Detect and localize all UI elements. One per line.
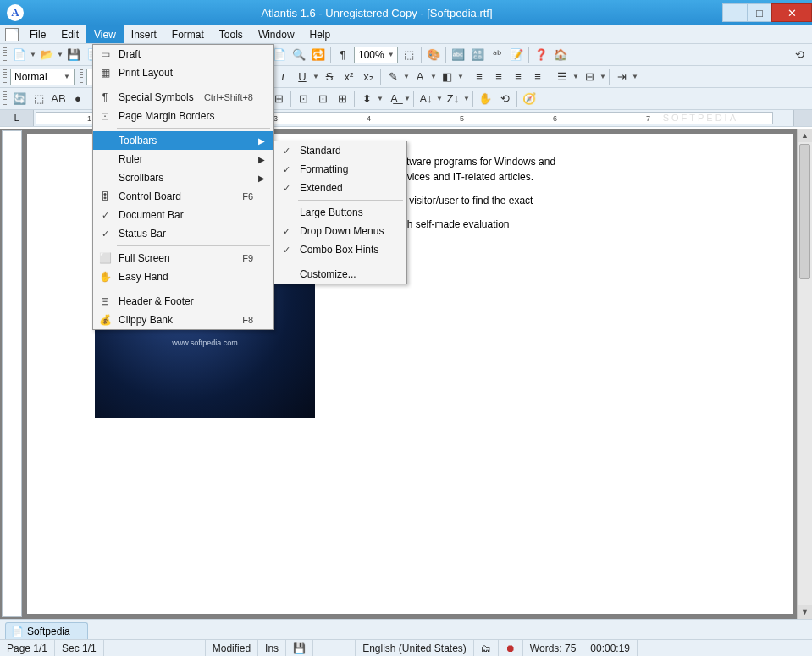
toolbar-button[interactable]: 🔁	[309, 46, 328, 64]
dropdown-arrow-icon[interactable]: ▼	[430, 73, 437, 80]
dropdown-arrow-icon[interactable]: ▼	[463, 95, 470, 102]
menu-item-special-symbols[interactable]: ¶Special SymbolsCtrl+Shift+8	[93, 88, 273, 107]
minimize-button[interactable]: —	[722, 3, 748, 22]
toolbar-button[interactable]: ≡	[528, 68, 547, 86]
grip-icon[interactable]	[3, 47, 7, 63]
submenu-item-extended[interactable]: Extended	[274, 179, 406, 197]
toolbar-button[interactable]: ●	[69, 90, 87, 108]
toolbar-button[interactable]: ❓	[532, 46, 550, 64]
dropdown-arrow-icon[interactable]: ▼	[404, 95, 411, 102]
toolbar-button[interactable]: ✋	[476, 90, 494, 108]
toolbar-button[interactable]: ≡	[470, 68, 489, 86]
dropdown-arrow-icon[interactable]: ▼	[457, 73, 464, 80]
toolbar-button[interactable]: A͟	[384, 90, 403, 108]
toolbar-button[interactable]: ⊞	[333, 90, 351, 108]
toolbar-button[interactable]: ⬚	[30, 90, 48, 108]
submenu-item-customize-[interactable]: Customize...	[274, 265, 406, 284]
submenu-item-standard[interactable]: Standard	[274, 141, 406, 160]
toolbar-button[interactable]: 🔤	[449, 46, 467, 64]
scroll-up-icon[interactable]: ▲	[798, 129, 812, 142]
toolbar-button[interactable]: x²	[340, 68, 358, 86]
menu-item-ruler[interactable]: Ruler▶	[93, 150, 273, 168]
italic-button[interactable]: I	[273, 68, 292, 86]
menu-item-header-footer[interactable]: ⊟Header & Footer	[93, 292, 273, 311]
menu-window[interactable]: Window	[251, 25, 302, 43]
toolbar-button[interactable]: 🔄	[10, 90, 29, 108]
toolbar-button[interactable]: 📂	[37, 46, 56, 64]
save-icon[interactable]: 💾	[286, 640, 313, 656]
overflow-icon[interactable]: ⟲	[790, 46, 809, 64]
style-combo[interactable]: Normal▼	[10, 69, 75, 85]
record-icon[interactable]: ⏺	[499, 640, 523, 656]
toolbar-button[interactable]: AB	[49, 90, 68, 108]
menu-item-easy-hand[interactable]: ✋Easy Hand	[93, 267, 273, 286]
menu-edit[interactable]: Edit	[53, 25, 86, 43]
underline-button[interactable]: U	[293, 68, 312, 86]
dropdown-arrow-icon[interactable]: ▼	[632, 73, 638, 80]
close-button[interactable]: ✕	[771, 3, 812, 22]
menu-item-scrollbars[interactable]: Scrollbars▶	[93, 168, 273, 187]
submenu-item-large-buttons[interactable]: Large Buttons	[274, 203, 406, 222]
toolbar-button[interactable]: ᵃᵇ	[488, 46, 506, 64]
toolbar-button[interactable]: ☰	[553, 68, 572, 86]
menu-item-control-board[interactable]: 🎛Control BoardF6	[93, 187, 273, 206]
toolbar-button[interactable]: 💾	[64, 46, 83, 64]
scroll-thumb[interactable]	[799, 144, 810, 279]
vertical-scrollbar[interactable]: ▲ ▼	[797, 129, 812, 619]
submenu-item-drop-down-menus[interactable]: Drop Down Menus	[274, 222, 406, 240]
toolbar-button[interactable]: A	[411, 68, 429, 86]
toolbar-button[interactable]: 📝	[507, 46, 526, 64]
toolbar-button[interactable]: ◧	[438, 68, 456, 86]
toolbar-button[interactable]: ⟲	[495, 90, 514, 108]
dropdown-arrow-icon[interactable]: ▼	[377, 95, 384, 102]
dropdown-arrow-icon[interactable]: ▼	[599, 73, 606, 80]
grip-icon[interactable]	[80, 69, 83, 85]
dropdown-arrow-icon[interactable]: ▼	[30, 51, 36, 58]
status-tool-icon[interactable]: 🗂	[474, 640, 499, 656]
toolbar-button[interactable]: 🔍	[290, 46, 308, 64]
strike-button[interactable]: S	[320, 68, 339, 86]
toolbar-button[interactable]: 🎨	[424, 46, 443, 64]
toolbar-button[interactable]: ≡	[509, 68, 528, 86]
vertical-ruler[interactable]	[2, 130, 22, 617]
menu-item-status-bar[interactable]: Status Bar	[93, 224, 273, 243]
scroll-down-icon[interactable]: ▼	[798, 605, 812, 619]
menu-item-document-bar[interactable]: Document Bar	[93, 206, 273, 224]
menu-item-toolbars[interactable]: Toolbars▶	[93, 131, 273, 150]
grip-icon[interactable]	[3, 91, 7, 107]
dropdown-arrow-icon[interactable]: ▼	[312, 73, 319, 80]
toolbar-button[interactable]: 🔠	[468, 46, 487, 64]
toolbar-button[interactable]: ⊡	[294, 90, 312, 108]
document-tab[interactable]: 📄 Softpedia	[5, 622, 88, 639]
toolbar-button[interactable]: ≡	[489, 68, 508, 86]
toolbar-button[interactable]: ⊡	[313, 90, 332, 108]
toolbar-button[interactable]: ¶	[334, 46, 352, 64]
menu-item-page-margin-borders[interactable]: ⊡Page Margin Borders	[93, 107, 273, 125]
maximize-button[interactable]: □	[747, 3, 772, 22]
grip-icon[interactable]	[3, 69, 7, 85]
toolbar-button[interactable]: 🧭	[520, 90, 539, 108]
toolbar-button[interactable]: x₂	[359, 68, 378, 86]
toolbar-button[interactable]: 📄	[10, 46, 29, 64]
menu-item-print-layout[interactable]: ▦Print Layout	[93, 63, 273, 82]
toolbar-button[interactable]: ⬚	[400, 46, 418, 64]
menu-item-clippy-bank[interactable]: 💰Clippy BankF8	[93, 311, 273, 329]
menu-format[interactable]: Format	[164, 25, 212, 43]
dropdown-arrow-icon[interactable]: ▼	[57, 51, 64, 58]
dropdown-arrow-icon[interactable]: ▼	[436, 95, 443, 102]
status-insert-mode[interactable]: Ins	[258, 640, 286, 656]
toolbar-button[interactable]: ⊟	[580, 68, 599, 86]
menu-file[interactable]: File	[22, 25, 53, 43]
menu-insert[interactable]: Insert	[124, 25, 164, 43]
toolbar-button[interactable]: 🏠	[551, 46, 570, 64]
dropdown-arrow-icon[interactable]: ▼	[403, 73, 410, 80]
toolbar-button[interactable]: ⇥	[612, 68, 631, 86]
dropdown-arrow-icon[interactable]: ▼	[572, 73, 579, 80]
menu-item-full-screen[interactable]: ⬜Full ScreenF9	[93, 249, 273, 267]
zoom-combo[interactable]: 100%▼	[354, 47, 398, 63]
menu-view[interactable]: View	[86, 25, 124, 43]
toolbar-button[interactable]: ⬍	[357, 90, 376, 108]
menu-help[interactable]: Help	[302, 25, 339, 43]
toolbar-button[interactable]: Z↓	[444, 90, 462, 108]
menu-tools[interactable]: Tools	[212, 25, 251, 43]
